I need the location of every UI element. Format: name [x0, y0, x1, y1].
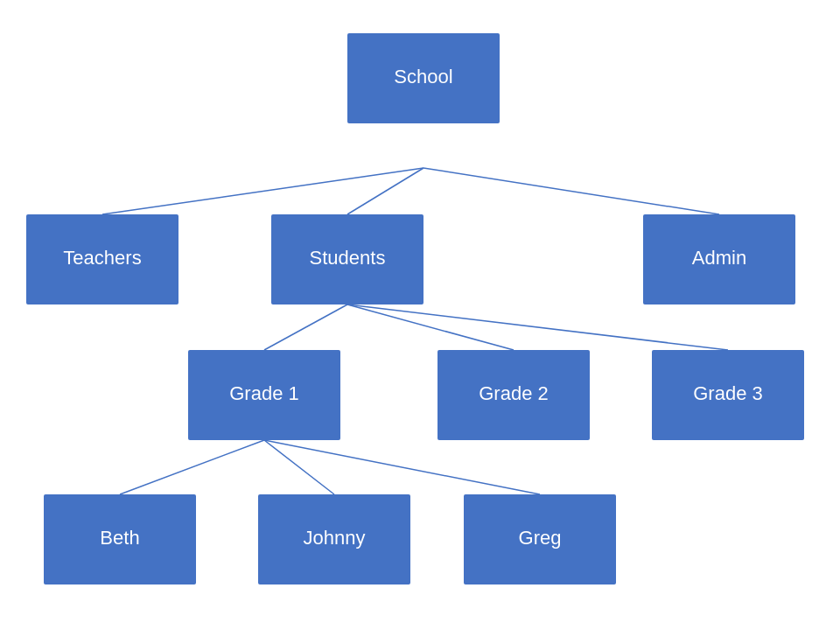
label-grade3: Grade 3 — [693, 382, 763, 404]
line-students-grade2 — [347, 304, 514, 350]
line-grade1-greg — [264, 440, 540, 494]
line-students-grade3 — [347, 304, 728, 350]
line-school-teachers — [102, 168, 424, 214]
label-teachers: Teachers — [63, 247, 141, 269]
line-grade1-johnny — [264, 440, 334, 494]
label-johnny: Johnny — [304, 527, 366, 549]
org-chart-svg: School Teachers Students Admin Grade 1 G… — [0, 0, 840, 630]
label-grade1: Grade 1 — [229, 382, 299, 404]
line-school-admin — [424, 168, 719, 214]
line-school-students — [347, 168, 424, 214]
line-students-grade1 — [264, 304, 347, 350]
label-beth: Beth — [100, 527, 139, 549]
label-school: School — [394, 66, 452, 88]
label-greg: Greg — [519, 527, 562, 549]
line-grade1-beth — [120, 440, 264, 494]
label-students: Students — [310, 247, 386, 269]
label-admin: Admin — [692, 247, 746, 269]
label-grade2: Grade 2 — [479, 382, 549, 404]
